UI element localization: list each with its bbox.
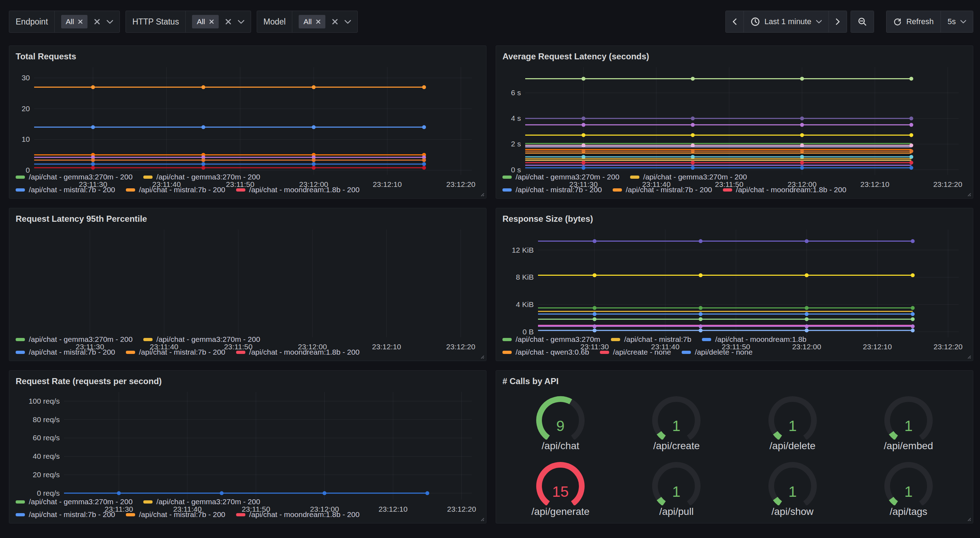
legend-item[interactable]: /api/chat - moondream:1.8b - 200 [236, 348, 360, 356]
series-point [691, 123, 695, 127]
panel-resize-handle[interactable] [966, 516, 972, 522]
chip-remove-icon[interactable] [78, 19, 83, 24]
panel-title[interactable]: # Calls by API [503, 375, 966, 388]
series-point [312, 158, 316, 162]
legend-item[interactable]: /api/chat - mistral:7b - 200 [16, 186, 115, 194]
legend-item[interactable]: /api/chat - mistral:7b - 200 [612, 186, 712, 194]
legend-item[interactable]: /api/chat - gemma3:270m - 200 [143, 335, 260, 344]
legend-item[interactable]: /api/create - none [600, 348, 671, 356]
chart-average-request-latency[interactable]: 23:11:3023:11:4023:11:5023:12:0023:12:10… [503, 63, 966, 170]
chevron-down-icon[interactable] [238, 20, 244, 24]
legend-item[interactable]: /api/chat - mistral:7b [611, 335, 691, 344]
panel-title[interactable]: Average Request Latency (seconds) [503, 50, 966, 63]
filter-model-chip[interactable]: All [299, 15, 325, 29]
legend-series-swatch [702, 338, 711, 341]
y-axis-tick-label: 4 s [511, 114, 521, 122]
filter-http-status-chip[interactable]: All [192, 15, 218, 29]
chart-legend: /api/chat - gemma3:270m - 200/api/chat -… [503, 170, 966, 194]
series-point [422, 166, 426, 170]
chart-request-latency-p95[interactable]: 23:11:3023:11:4023:11:5023:12:0023:12:10… [16, 225, 480, 332]
legend-item[interactable]: /api/chat - mistral:7b - 200 [126, 510, 226, 519]
series-point [691, 133, 695, 137]
panel-average-request-latency: Average Request Latency (seconds) 23:11:… [496, 46, 973, 198]
legend-series-swatch [143, 338, 153, 341]
clear-filter-icon[interactable] [225, 19, 231, 25]
panel-resize-handle[interactable] [966, 191, 972, 197]
gauge-api-chat: 9/api/chat [503, 388, 618, 454]
legend-series-label: /api/chat - qwen3:0.6b [515, 348, 589, 356]
series-point [581, 155, 585, 159]
legend-item[interactable]: /api/chat - moondream:1.8b - 200 [236, 510, 360, 519]
legend-series-swatch [682, 351, 691, 354]
panel-resize-handle[interactable] [479, 191, 485, 197]
filter-model: Model All [257, 11, 358, 33]
legend-item[interactable]: /api/delete - none [682, 348, 752, 356]
legend-item[interactable]: /api/chat - mistral:7b - 200 [503, 186, 602, 194]
series-point [909, 123, 913, 127]
series-point [805, 239, 808, 243]
chip-remove-icon[interactable] [209, 19, 214, 24]
legend-item[interactable]: /api/chat - gemma3:270m - 200 [16, 173, 133, 181]
panel-title[interactable]: Total Requests [16, 50, 480, 63]
chevron-down-icon[interactable] [345, 20, 351, 24]
filter-chip-label: All [66, 17, 74, 26]
legend-item[interactable]: /api/chat - moondream:1.8b [702, 335, 807, 344]
legend-item[interactable]: /api/chat - gemma3:270m - 200 [503, 173, 619, 181]
legend-item[interactable]: /api/chat - mistral:7b - 200 [16, 510, 115, 519]
chart-response-size[interactable]: 23:11:3023:11:4023:11:5023:12:0023:12:10… [503, 225, 966, 332]
legend-series-swatch [503, 188, 512, 192]
legend-item[interactable]: /api/chat - moondream:1.8b - 200 [723, 186, 846, 194]
chevron-down-icon[interactable] [107, 20, 113, 24]
legend-series-swatch [126, 351, 135, 354]
legend-item[interactable]: /api/chat - qwen3:0.6b [503, 348, 589, 356]
legend-item[interactable]: /api/chat - mistral:7b - 200 [126, 186, 226, 194]
legend-item[interactable]: /api/chat - gemma3:270m - 200 [143, 173, 260, 181]
filter-http-status-value-picker[interactable]: All [186, 11, 250, 32]
refresh-icon [893, 17, 902, 26]
legend-series-label: /api/chat - moondream:1.8b - 200 [249, 186, 360, 194]
filter-chip-label: All [197, 17, 205, 26]
chart-total-requests[interactable]: 23:11:3023:11:4023:11:5023:12:0023:12:10… [16, 63, 480, 170]
panel-resize-handle[interactable] [479, 516, 485, 522]
legend-item[interactable]: /api/chat - moondream:1.8b - 200 [236, 186, 360, 194]
refresh-button[interactable]: Refresh [886, 11, 940, 32]
panel-resize-handle[interactable] [966, 354, 972, 359]
clear-filter-icon[interactable] [332, 19, 338, 25]
legend-series-swatch [143, 176, 153, 179]
panel-resize-handle[interactable] [479, 354, 485, 359]
y-axis-tick-label: 60 req/s [33, 433, 60, 442]
legend-item[interactable]: /api/chat - gemma3:270m - 200 [16, 335, 133, 344]
panel-title[interactable]: Request Latency 95th Percentile [16, 213, 480, 225]
legend-series-label: /api/chat - mistral:7b - 200 [626, 186, 712, 194]
legend-item[interactable]: /api/chat - mistral:7b - 200 [16, 348, 115, 356]
time-shift-back-button[interactable] [726, 11, 743, 32]
clear-filter-icon[interactable] [94, 19, 100, 25]
chart-series [525, 166, 913, 170]
y-axis-tick-label: 100 req/s [29, 397, 60, 405]
legend-item[interactable]: /api/chat - gemma3:270m - 200 [143, 497, 260, 506]
legend-item[interactable]: /api/chat - mistral:7b - 200 [126, 348, 226, 356]
filter-http-status: HTTP Status All [126, 11, 251, 33]
filter-model-value-picker[interactable]: All [292, 11, 357, 32]
legend-item[interactable]: /api/chat - gemma3:270m - 200 [630, 173, 747, 181]
filter-endpoint-chip[interactable]: All [61, 15, 88, 29]
zoom-out-button[interactable] [851, 11, 874, 32]
time-shift-forward-button[interactable] [829, 11, 846, 32]
gauge-value-arc [775, 433, 780, 438]
legend-series-swatch [126, 513, 135, 516]
legend-series-label: /api/chat - gemma3:270m - 200 [156, 173, 260, 181]
y-axis-tick-label: 40 req/s [33, 452, 60, 460]
panel-title[interactable]: Request Rate (requests per second) [16, 375, 480, 388]
legend-row: /api/chat - qwen3:0.6b/api/create - none… [503, 348, 966, 356]
refresh-interval-picker[interactable]: 5s [940, 11, 973, 32]
panel-title[interactable]: Response Size (bytes) [503, 213, 966, 225]
filter-endpoint-value-picker[interactable]: All [55, 11, 119, 32]
legend-item[interactable]: /api/chat - gemma3:270m - 200 [16, 497, 133, 506]
legend-item[interactable]: /api/chat - gemma3:270m [503, 335, 600, 344]
chart-request-rate[interactable]: 23:11:3023:11:4023:11:5023:12:0023:12:10… [16, 388, 480, 495]
legend-series-label: /api/chat - moondream:1.8b [715, 335, 807, 344]
time-range-picker[interactable]: Last 1 minute [743, 11, 829, 32]
legend-series-swatch [16, 351, 25, 354]
series-point [312, 162, 316, 166]
chip-remove-icon[interactable] [316, 19, 321, 24]
